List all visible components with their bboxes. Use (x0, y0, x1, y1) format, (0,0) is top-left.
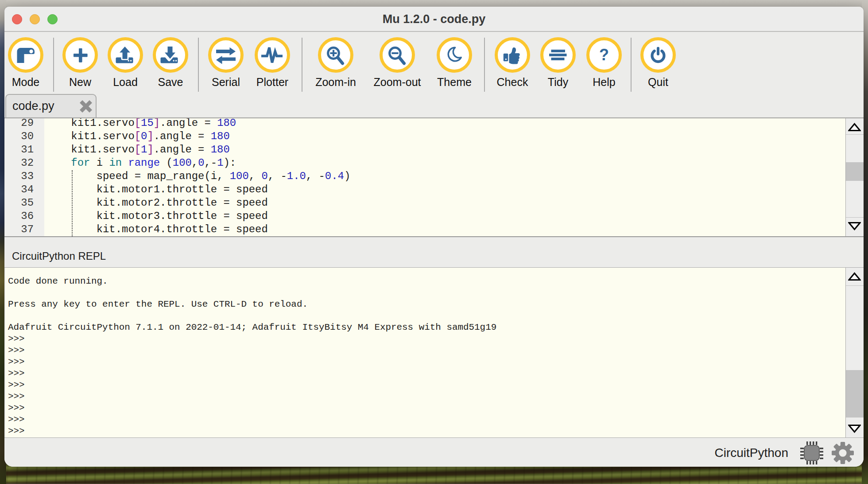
svg-text:?: ? (599, 46, 609, 64)
